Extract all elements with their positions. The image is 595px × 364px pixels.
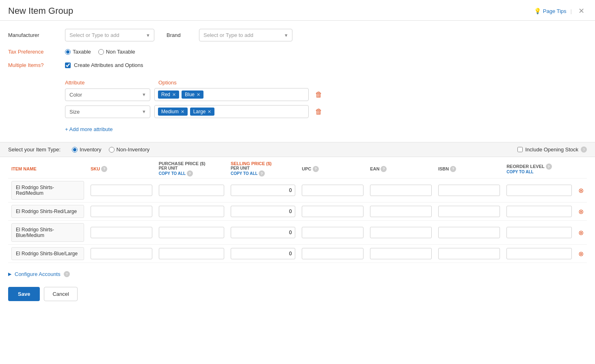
isbn-info-icon[interactable]: ? — [450, 166, 456, 172]
col-item-name: ITEM NAME — [8, 157, 87, 179]
tag-red-remove[interactable]: ✕ — [172, 92, 176, 97]
reorder-level-input-2[interactable] — [506, 227, 572, 238]
size-options-input[interactable]: Medium ✕ Large ✕ — [154, 105, 309, 118]
size-attribute-select[interactable]: Size — [65, 106, 150, 118]
purchase-price-input-0[interactable] — [159, 185, 224, 196]
isbn-input-1[interactable] — [438, 206, 500, 217]
taxable-label: Taxable — [73, 49, 91, 55]
isbn-input-3[interactable] — [438, 248, 500, 259]
add-attribute-button[interactable]: + Add more attribute — [65, 125, 113, 134]
taxable-radio[interactable] — [65, 49, 71, 55]
selling-info-icon[interactable]: ? — [259, 170, 265, 177]
sku-input-3[interactable] — [91, 248, 152, 259]
isbn-input-0[interactable] — [438, 185, 500, 196]
reorder-level-input-1[interactable] — [506, 206, 572, 217]
purchase-copy-all[interactable]: COPY TO ALL — [159, 171, 186, 176]
create-attributes-checkbox-label[interactable]: Create Attributes and Options — [65, 62, 143, 68]
ean-input-2[interactable] — [370, 227, 432, 238]
save-button[interactable]: Save — [8, 287, 40, 301]
create-attributes-checkbox[interactable] — [65, 62, 71, 68]
sku-input-1[interactable] — [91, 206, 152, 217]
cell-upc-0 — [299, 179, 367, 202]
non-taxable-radio[interactable] — [98, 49, 104, 55]
color-attribute-select[interactable]: Color — [65, 88, 150, 101]
selling-price-input-3[interactable] — [231, 248, 295, 259]
manufacturer-label: Manufacturer — [8, 32, 65, 38]
delete-size-attr-button[interactable]: 🗑 — [313, 107, 325, 117]
reorder-copy-all[interactable]: COPY TO ALL — [506, 170, 534, 174]
selling-price-input-0[interactable] — [231, 185, 295, 196]
cell-isbn-0 — [435, 179, 503, 202]
upc-input-3[interactable] — [302, 248, 363, 259]
remove-row-button-2[interactable]: ⊗ — [578, 229, 584, 237]
tag-medium-remove[interactable]: ✕ — [181, 109, 184, 114]
tag-large-remove[interactable]: ✕ — [208, 109, 211, 114]
remove-row-button-3[interactable]: ⊗ — [578, 250, 584, 258]
ean-input-0[interactable] — [370, 185, 432, 196]
purchase-price-input-3[interactable] — [159, 248, 224, 259]
configure-accounts-section: ▶ Configure Accounts ? — [0, 263, 595, 281]
inventory-option[interactable]: Inventory — [72, 146, 101, 153]
selling-copy-all[interactable]: COPY TO ALL — [231, 171, 257, 176]
include-opening-stock-checkbox[interactable] — [517, 147, 523, 152]
brand-label: Brand — [167, 32, 199, 38]
col-purchase-price-sub: PER UNITCOPY TO ALL ? — [159, 166, 224, 177]
inventory-radio[interactable] — [72, 147, 78, 153]
page-tips-link[interactable]: 💡 Page Tips — [534, 8, 567, 14]
upc-input-1[interactable] — [302, 206, 363, 217]
tag-large: Large ✕ — [190, 108, 215, 116]
col-purchase-price-label: Purchase Price ($) — [159, 161, 224, 166]
col-selling-price-label: Selling Price ($) — [231, 161, 295, 166]
header-right: 💡 Page Tips | ✕ — [534, 6, 587, 16]
purchase-price-input-1[interactable] — [159, 206, 224, 217]
configure-accounts-link[interactable]: Configure Accounts — [15, 271, 61, 277]
remove-row-button-0[interactable]: ⊗ — [578, 187, 584, 194]
opening-stock-info-icon[interactable]: ? — [581, 146, 587, 153]
isbn-input-2[interactable] — [438, 227, 500, 238]
tax-radio-group: Taxable Non Taxable — [65, 49, 135, 55]
options-column-header: Options — [158, 80, 177, 86]
cell-ean-1 — [367, 202, 435, 221]
configure-accounts-info-icon[interactable]: ? — [64, 271, 70, 277]
reorder-info-icon[interactable]: ? — [546, 164, 552, 170]
non-taxable-option[interactable]: Non Taxable — [98, 49, 135, 55]
brand-select[interactable]: Select or Type to add — [199, 29, 292, 41]
non-taxable-label: Non Taxable — [106, 49, 135, 55]
tag-medium: Medium ✕ — [158, 108, 188, 116]
color-options-input[interactable]: Red ✕ Blue ✕ — [154, 88, 309, 101]
purchase-price-input-2[interactable] — [159, 227, 224, 238]
cell-reorder-level-1 — [503, 202, 575, 221]
upc-input-2[interactable] — [302, 227, 363, 238]
delete-color-attr-button[interactable]: 🗑 — [313, 90, 325, 100]
cancel-button[interactable]: Cancel — [44, 287, 77, 301]
close-button[interactable]: ✕ — [576, 6, 587, 16]
tag-blue-remove[interactable]: ✕ — [197, 92, 200, 97]
brand-select-wrapper: Select or Type to add ▼ — [199, 29, 292, 41]
reorder-level-input-3[interactable] — [506, 248, 572, 259]
upc-input-0[interactable] — [302, 185, 363, 196]
ean-input-3[interactable] — [370, 248, 432, 259]
sku-info-icon[interactable]: ? — [101, 166, 107, 172]
taxable-option[interactable]: Taxable — [65, 49, 91, 55]
reorder-level-input-0[interactable] — [506, 185, 572, 196]
item-type-left: Select your Item Type: Inventory Non-Inv… — [8, 146, 149, 153]
selling-price-input-2[interactable] — [231, 227, 295, 238]
sku-input-0[interactable] — [91, 185, 152, 196]
manufacturer-brand-row: Manufacturer Select or Type to add ▼ Bra… — [8, 29, 587, 41]
ean-info-icon[interactable]: ? — [381, 166, 387, 172]
selling-price-input-1[interactable] — [231, 206, 295, 217]
col-upc-label: UPC ? — [302, 166, 363, 172]
ean-input-1[interactable] — [370, 206, 432, 217]
non-inventory-radio[interactable] — [109, 147, 115, 153]
manufacturer-select[interactable]: Select or Type to add — [65, 29, 154, 41]
cell-sku-2 — [87, 221, 156, 245]
purchase-info-icon[interactable]: ? — [187, 170, 193, 177]
cell-purchase-price-1 — [156, 202, 227, 221]
remove-row-button-1[interactable]: ⊗ — [578, 208, 584, 215]
cell-item-name-0: El Rodrigo Shirts-Red/Medium — [8, 179, 87, 202]
upc-info-icon[interactable]: ? — [313, 166, 319, 172]
non-inventory-option[interactable]: Non-Inventory — [109, 146, 150, 153]
sku-input-2[interactable] — [91, 227, 152, 238]
table-row: El Rodrigo Shirts-Red/Large — [8, 202, 587, 221]
non-inventory-label: Non-Inventory — [117, 146, 150, 153]
